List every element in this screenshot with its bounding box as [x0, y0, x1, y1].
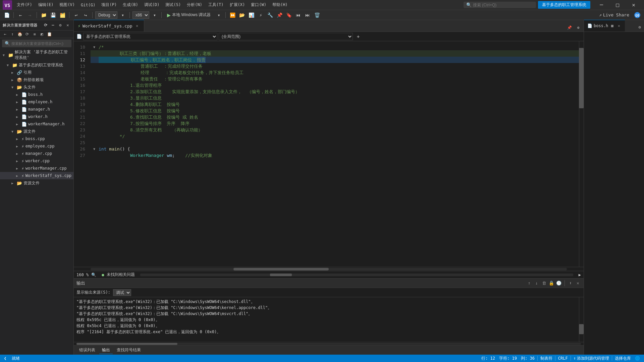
right-tab-bossh-x[interactable]: ✕: [616, 23, 622, 28]
scroll-thumb[interactable]: [579, 48, 584, 108]
output-close-icon[interactable]: ✕: [575, 280, 581, 286]
status-indent[interactable]: 制表符: [539, 355, 554, 362]
tree-worker-cpp[interactable]: ▶ ⚡ worker.cpp: [0, 157, 73, 165]
h-scrollbar[interactable]: [74, 267, 584, 271]
tree-solution[interactable]: ▼ 📁 解决方案 '基于多态的职工管理系统': [0, 49, 73, 61]
toolbar-more1[interactable]: 📌: [275, 11, 283, 19]
toolbar-forward[interactable]: →: [26, 11, 34, 19]
bottom-tab-findresults[interactable]: 查找符号结果: [114, 347, 144, 354]
status-select-repo[interactable]: 选择仓库: [613, 355, 632, 362]
toolbar-open[interactable]: 📁: [40, 11, 48, 19]
menu-window[interactable]: 窗口(W): [248, 1, 269, 9]
toolbar-back[interactable]: ←: [16, 11, 24, 19]
restore-button[interactable]: □: [610, 0, 625, 10]
toolbar-perf[interactable]: ⚡: [257, 11, 265, 19]
tab-action-pin[interactable]: 📌: [566, 23, 574, 32]
output-icon-2[interactable]: ↓: [534, 280, 540, 286]
tree-workermanager-h[interactable]: ▶ 📄 workerManager.h: [0, 120, 73, 128]
toolbar-bkmark[interactable]: 🔖: [285, 11, 293, 19]
sidebar-action-3[interactable]: 🏠: [17, 31, 23, 37]
menu-file[interactable]: 文件(F): [14, 1, 35, 9]
scope-scope-select[interactable]: (全局范围): [219, 33, 353, 40]
tree-project[interactable]: ▼ 📁 基于多态的职工管理系统: [0, 61, 73, 69]
tab-workerstaffsys[interactable]: ⚡ WorkerStaff_sys.cpp ✕: [74, 20, 144, 32]
status-add-code[interactable]: ↑ 添加到源代码管理: [572, 355, 610, 362]
tree-ext-deps[interactable]: ▶ 📦 外部依赖项: [0, 76, 73, 83]
h-scroll-track[interactable]: [91, 268, 567, 270]
toolbar-diagnostics[interactable]: 📊: [247, 11, 255, 19]
toolbar-account[interactable]: G0: [633, 11, 641, 19]
toolbar-more2[interactable]: 🗑️: [313, 11, 321, 19]
sidebar-action-2[interactable]: ↑: [9, 31, 15, 37]
menu-tools[interactable]: 工具(T): [206, 1, 226, 9]
code-editor[interactable]: 10 11 12 13 14 15 16 17 18 19 20 21 22 2…: [74, 41, 579, 267]
sidebar-search-input[interactable]: [11, 42, 69, 46]
output-float-icon[interactable]: ⬆: [568, 280, 574, 286]
bottom-tab-output[interactable]: 输出: [99, 347, 113, 354]
status-char[interactable]: 字符: 19: [498, 355, 518, 362]
menu-view[interactable]: 视图(V): [57, 1, 77, 9]
status-line[interactable]: 行: 12: [480, 355, 496, 362]
menu-build[interactable]: 生成(B): [120, 1, 141, 9]
sidebar-action-7[interactable]: 📋: [46, 31, 52, 37]
scroll-indicator[interactable]: [140, 274, 573, 276]
right-tab-bossh-close[interactable]: ■: [609, 23, 615, 28]
sidebar-action-1[interactable]: ←: [2, 31, 8, 37]
right-editor-content[interactable]: [584, 32, 644, 355]
toolbar-save-all[interactable]: 🗂️: [58, 11, 66, 19]
sidebar-collapse-icon[interactable]: —: [50, 22, 56, 28]
toolbar-bkmark2[interactable]: ⏮: [294, 11, 302, 19]
output-source-select[interactable]: 调试: [113, 289, 131, 296]
tab-workerstaffsys-close[interactable]: ✕: [135, 23, 140, 28]
output-icon-4[interactable]: 🔒: [548, 280, 554, 286]
menu-extensions[interactable]: 扩展(X): [227, 1, 248, 9]
tree-boss-cpp[interactable]: ▶ ⚡ boss.cpp: [0, 135, 73, 142]
right-tab-settings[interactable]: ⚙: [637, 24, 643, 30]
sidebar-action-5[interactable]: ≡: [32, 31, 38, 37]
tree-resources[interactable]: ▶ 📂 资源文件: [0, 179, 73, 187]
toolbar-debug-dropdown[interactable]: ▾: [119, 11, 127, 19]
debug-config-select[interactable]: Debug: [95, 11, 117, 19]
status-encoding[interactable]: CRLF: [557, 355, 569, 362]
tree-sources[interactable]: ▼ 📂 源文件: [0, 128, 73, 135]
bottom-tab-errors[interactable]: 错误列表: [76, 347, 98, 354]
status-ready[interactable]: 就绪: [10, 355, 21, 362]
sidebar-prop-icon[interactable]: ⚙: [57, 22, 63, 28]
tree-manager-cpp[interactable]: ▶ ⚡ manager.cpp: [0, 150, 73, 157]
toolbar-mem[interactable]: 🔧: [266, 11, 274, 19]
menu-help[interactable]: 帮助(H): [270, 1, 290, 9]
tree-employee-h[interactable]: ▶ 📄 employee.h: [0, 98, 73, 106]
toolbar-redo[interactable]: ↪: [82, 11, 90, 19]
menu-search-box[interactable]: 🔍: [464, 2, 536, 8]
right-tab-bossh[interactable]: 📄 boss.h ■ ✕: [584, 20, 625, 32]
menu-search-input[interactable]: [473, 3, 533, 7]
sidebar-search-box[interactable]: 🔍: [2, 40, 71, 47]
toolbar-attach[interactable]: ⏩: [228, 11, 236, 19]
toolbar-open-file[interactable]: 📂: [238, 11, 246, 19]
h-scroll-thumb[interactable]: [233, 268, 329, 270]
platform-select[interactable]: x86: [132, 11, 149, 19]
toolbar-run-dropdown[interactable]: ▾: [215, 11, 223, 19]
sidebar-action-6[interactable]: ◩: [39, 31, 45, 37]
toolbar-new[interactable]: 📄: [3, 11, 11, 19]
sidebar-close-icon[interactable]: ✕: [65, 22, 71, 28]
toolbar-undo[interactable]: ↩: [72, 11, 80, 19]
output-icon-1[interactable]: ↑: [526, 280, 532, 286]
fold-icon-26[interactable]: ▼: [93, 146, 97, 152]
tree-refs[interactable]: ▶ 🔗 引用: [0, 69, 73, 76]
tree-worker-h[interactable]: ▶ 📄 worker.h: [0, 113, 73, 120]
tree-manager-h[interactable]: ▶ 📄 manager.h: [0, 106, 73, 113]
output-icon-5[interactable]: 🕒: [556, 280, 562, 286]
menu-git[interactable]: Git(G): [78, 1, 98, 9]
output-content-area[interactable]: "基于多态的职工管理系统.exe"(Win32)：已加载 "C:\Windows…: [74, 297, 579, 342]
toolbar-save[interactable]: 💾: [49, 11, 57, 19]
scope-add-icon[interactable]: +: [354, 33, 362, 41]
code-content[interactable]: ▼ /* 职工三类（部门编号）：普通职工，经理，老板 职: [91, 41, 579, 267]
toolbar-bkmark3[interactable]: ⏭: [304, 11, 312, 19]
live-share-button[interactable]: ↗ Live Share: [596, 12, 632, 18]
tab-action-settings[interactable]: ⚙: [574, 23, 582, 32]
minimize-button[interactable]: ─: [594, 0, 609, 10]
menu-analyze[interactable]: 分析(N): [184, 1, 205, 9]
status-globe[interactable]: 🌐: [634, 355, 641, 362]
status-git[interactable]: ❮: [3, 355, 8, 362]
